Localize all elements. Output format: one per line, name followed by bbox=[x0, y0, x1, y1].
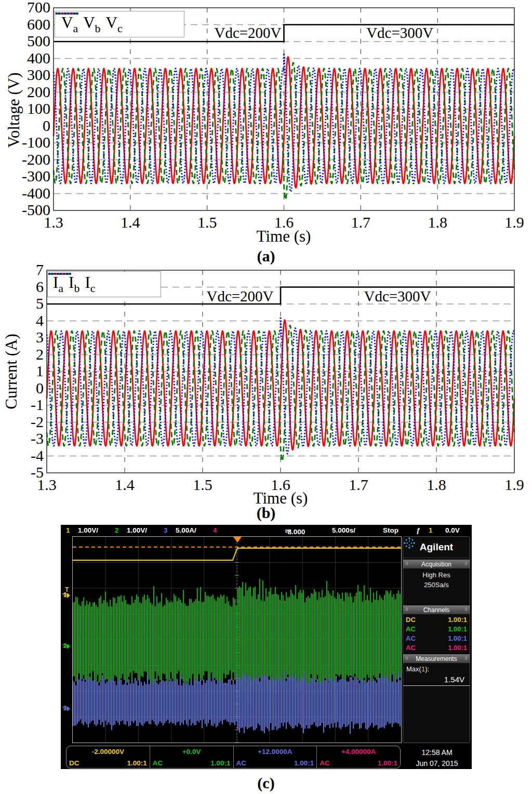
x-tick-label: 1.6 bbox=[274, 214, 294, 231]
scope-time: 12:58 AM bbox=[404, 747, 470, 758]
y-tick-label: 300 bbox=[4, 66, 50, 84]
ch1-scale: 1.00V/ bbox=[78, 526, 98, 534]
sample-rate: 250Sa/s bbox=[403, 580, 470, 590]
y-tick-label: -2 bbox=[0, 413, 44, 431]
timebase-readout: 5.000s/ bbox=[332, 526, 355, 534]
scope-bottom-bar: -2.00000V DC1.00:1 +0.0V AC1.00:1 +12.00… bbox=[66, 746, 401, 769]
legend-line-sample bbox=[48, 272, 72, 276]
scope-display bbox=[72, 536, 402, 743]
ch3-ground-marker: 3 bbox=[62, 706, 72, 711]
legend-entry: Ic bbox=[85, 273, 95, 295]
acquisition-body: High Res 250Sa/s bbox=[403, 568, 470, 594]
measurement-value: 1.54V bbox=[403, 673, 470, 686]
legend-label: Ib bbox=[69, 273, 79, 295]
ch3-readout-box[interactable]: +12.0000A AC1.00:1 bbox=[234, 746, 317, 768]
y-tick-label: 2 bbox=[0, 346, 44, 363]
ground-icon bbox=[62, 643, 69, 648]
legend-line-sample bbox=[55, 11, 79, 16]
scope-status-bar: 1 1.00V/ 2 1.00V/ 3 5.00A/ 4 -8.000ms 5.… bbox=[61, 525, 472, 536]
y-tick-label: 5 bbox=[0, 295, 44, 312]
grip-icon: ⠿ bbox=[464, 656, 468, 661]
y-tick-label: 700 bbox=[4, 0, 50, 16]
x-tick-label: 1.8 bbox=[428, 214, 447, 231]
oscilloscope-screenshot: 1 1.00V/ 2 1.00V/ 3 5.00A/ 4 -8.000ms 5.… bbox=[61, 525, 472, 769]
scope-band-ch3 bbox=[73, 671, 400, 734]
x-tick-label: 1.4 bbox=[115, 476, 135, 494]
acquisition-header[interactable]: ⠿ Acquisition ⠿ bbox=[403, 560, 470, 568]
ch2-scale: 1.00V/ bbox=[127, 526, 147, 534]
y-tick-label: 0 bbox=[0, 379, 44, 397]
scope-date: Jun 07, 2015 bbox=[404, 758, 470, 769]
x-tick-label: 1.7 bbox=[349, 476, 368, 494]
vdc-annotation: Vdc=200V bbox=[206, 288, 273, 305]
y-tick-label: -4 bbox=[0, 447, 44, 465]
caption-a: (a) bbox=[257, 247, 275, 265]
y-tick-label: 0 bbox=[4, 117, 50, 135]
grip-icon: ⠿ bbox=[464, 607, 468, 612]
y-tick-label: 7 bbox=[0, 261, 44, 279]
legend-label: Vc bbox=[106, 14, 123, 35]
current-chart: Current (A) Time (s) IaIbIc (b) 76543210… bbox=[0, 265, 532, 525]
y-tick-label: 600 bbox=[4, 16, 50, 33]
measurement-label: Max(1): bbox=[403, 663, 470, 673]
trigger-position-icon bbox=[233, 537, 242, 542]
grip-icon: ⠿ bbox=[405, 656, 408, 661]
trigger-source: 1 bbox=[429, 526, 433, 534]
trigger-level: 0.0V bbox=[445, 526, 460, 534]
grip-icon: ⠿ bbox=[405, 562, 408, 566]
legend-entry: Ia bbox=[53, 273, 63, 295]
x-tick-label: 1.9 bbox=[504, 476, 524, 494]
trigger-edge-icon: ƒ bbox=[416, 526, 420, 534]
y-tick-label: -100 bbox=[4, 134, 50, 151]
x-tick-label: 1.8 bbox=[427, 476, 446, 494]
legend-entry: Va bbox=[61, 14, 78, 35]
agilent-logo-icon bbox=[403, 537, 416, 549]
ground-icon bbox=[62, 592, 69, 597]
x-tick-label: 1.7 bbox=[351, 214, 371, 231]
ch3-scale: 5.00A/ bbox=[176, 526, 196, 534]
ch4-number: 4 bbox=[213, 526, 217, 534]
y-tick-label: -200 bbox=[4, 151, 50, 168]
ch4-readout-box[interactable]: +4.00000A AC1.00:1 bbox=[317, 746, 400, 768]
channel-row: AC1.00:1 bbox=[403, 634, 470, 643]
y-tick-label: 4 bbox=[0, 312, 44, 329]
ch1-number: 1 bbox=[66, 526, 70, 534]
x-tick-label: 1.3 bbox=[37, 476, 57, 494]
y-tick-label: 3 bbox=[0, 328, 44, 346]
legend-entry: Vb bbox=[83, 14, 100, 35]
scope-traces-canvas bbox=[73, 537, 401, 743]
datetime-readout: 12:58 AM Jun 07, 2015 bbox=[404, 747, 470, 769]
y-tick-label: 200 bbox=[4, 83, 50, 101]
scope-side-panel: Agilent ⠿ Acquisition ⠿ High Res 250Sa/s… bbox=[403, 536, 470, 743]
caption-b: (b) bbox=[257, 504, 276, 522]
y-tick-label: 6 bbox=[0, 278, 44, 296]
x-tick-label: 1.9 bbox=[504, 214, 524, 231]
legend-entry: Ib bbox=[69, 273, 79, 295]
channels-header[interactable]: ⠿ Channels ⠿ bbox=[403, 605, 470, 614]
caption-c: (c) bbox=[257, 774, 274, 792]
voltage-legend: VaVbVc bbox=[55, 11, 184, 37]
y-tick-label: 1 bbox=[0, 362, 44, 380]
brand-box: Agilent bbox=[403, 537, 470, 558]
figure-page: Voltage (V) Time (s) VaVbVc (a) 70060050… bbox=[0, 0, 532, 794]
channel-row: AC1.00:1 bbox=[403, 625, 470, 634]
ch1-readout-box[interactable]: -2.00000V DC1.00:1 bbox=[66, 746, 150, 768]
current-legend: IaIbIc bbox=[47, 271, 161, 297]
grip-icon: ⠿ bbox=[464, 562, 468, 566]
run-state: Stop bbox=[383, 526, 398, 534]
voltage-chart: Voltage (V) Time (s) VaVbVc (a) 70060050… bbox=[0, 0, 532, 265]
ch2-readout-box[interactable]: +0.0V AC1.00:1 bbox=[150, 746, 234, 768]
ch2-ground-marker: 2 bbox=[62, 643, 72, 649]
legend-label: Vb bbox=[83, 14, 100, 35]
legend-label: Ic bbox=[85, 273, 95, 295]
ch2-number: 2 bbox=[115, 526, 119, 534]
vdc-annotation: Vdc=200V bbox=[214, 24, 281, 41]
x-tick-label: 1.3 bbox=[44, 214, 63, 231]
y-tick-label: -3 bbox=[0, 430, 44, 447]
channels-body: DC1.00:1 AC1.00:1 AC1.00:1 AC1.00:1 bbox=[403, 614, 470, 653]
x-tick-label: 1.4 bbox=[121, 214, 140, 231]
measurements-header[interactable]: ⠿ Measurements ⠿ bbox=[403, 654, 470, 663]
vdc-annotation: Vdc=300V bbox=[366, 24, 433, 41]
y-tick-label: 100 bbox=[4, 100, 50, 117]
grip-icon: ⠿ bbox=[405, 607, 408, 612]
